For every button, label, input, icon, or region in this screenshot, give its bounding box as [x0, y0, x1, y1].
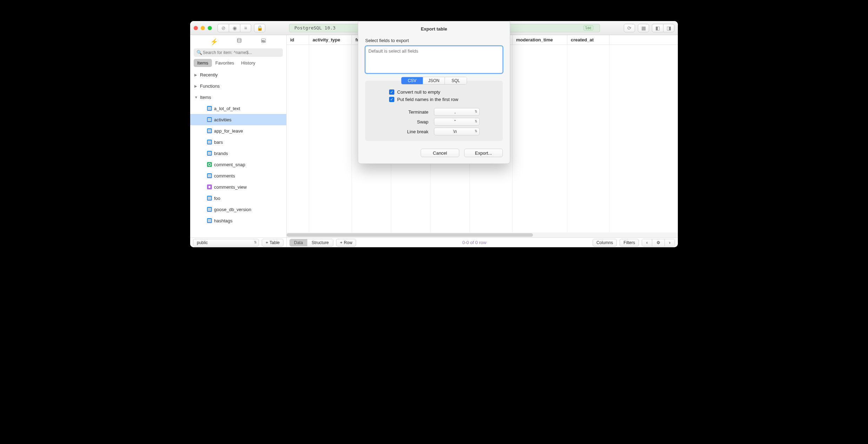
sidebar-item-a_lot_of_text[interactable]: a_lot_of_text	[190, 103, 286, 114]
add-row-button[interactable]: + Row	[336, 239, 356, 247]
grid-mode-button[interactable]: ▦	[638, 24, 649, 32]
tab-favorites[interactable]: Favorites	[212, 59, 238, 67]
chevron-down-icon: ▼	[194, 95, 198, 99]
table-label: foo	[214, 196, 220, 201]
footer-right: Columns Filters ‹ ⚙ ›	[593, 239, 675, 247]
column-header-id[interactable]: id	[287, 35, 309, 45]
view-mode-segment: Data Structure	[289, 239, 333, 247]
sidebar-item-hashtags[interactable]: hashtags	[190, 215, 286, 226]
zoom-window-button[interactable]	[208, 26, 212, 30]
sidebar-item-bars[interactable]: bars	[190, 136, 286, 148]
table-icon	[207, 196, 212, 201]
format-json-button[interactable]: JSON	[423, 77, 445, 84]
database-icon[interactable]	[236, 38, 242, 46]
cancel-button[interactable]: Cancel	[421, 149, 459, 157]
format-csv-button[interactable]: CSV	[401, 77, 423, 84]
tree-recently[interactable]: ▶Recently	[190, 69, 286, 80]
table-icon	[207, 128, 212, 133]
tree-items[interactable]: ▼Items	[190, 92, 286, 103]
column-header-created_at[interactable]: created_at	[567, 35, 609, 45]
sidebar-item-brands[interactable]: brands	[190, 148, 286, 159]
lock-icon: 🔒	[257, 25, 263, 31]
svg-rect-6	[208, 109, 211, 110]
tab-items[interactable]: Items	[194, 59, 212, 67]
refresh-button[interactable]: ⟳	[624, 24, 635, 32]
next-page-button[interactable]: ›	[665, 239, 675, 246]
sidebar-search-input[interactable]	[194, 48, 283, 57]
list-icon: ≡	[244, 25, 247, 31]
svg-rect-41	[208, 220, 211, 221]
dialog-actions: Cancel Export...	[365, 149, 503, 157]
svg-rect-32	[208, 197, 211, 197]
chevron-right-icon: ▶	[194, 73, 198, 77]
sidebar-item-comments_view[interactable]: comments_view	[190, 181, 286, 193]
left-panel-toggle[interactable]: ◧	[652, 24, 663, 32]
right-panel-toggle[interactable]: ◨	[663, 24, 674, 32]
tab-history[interactable]: History	[238, 59, 259, 67]
columns-button[interactable]: Columns	[593, 239, 617, 247]
view-icon	[207, 184, 212, 189]
format-options-group: CSV JSON SQL ✓ Convert null to empty ✓ P…	[365, 81, 503, 141]
export-button[interactable]: Export...	[464, 149, 503, 157]
field-names-row[interactable]: ✓ Put field names in the first row	[365, 96, 503, 103]
chevron-updown-icon: ⇅	[475, 110, 478, 113]
table-label: hashtags	[214, 218, 233, 223]
view-data-button[interactable]: Data	[290, 239, 307, 246]
linebreak-row: Line break \n⇅	[365, 126, 503, 135]
status-text: PostgreSQL 10.3	[294, 25, 335, 31]
table-label: comment_snap	[214, 162, 245, 167]
sidebar-search-wrap: 🔍	[190, 48, 286, 59]
sidebar-item-activities[interactable]: activities	[190, 114, 286, 125]
null-to-empty-row[interactable]: ✓ Convert null to empty	[365, 88, 503, 96]
horizontal-scrollbar[interactable]	[287, 233, 678, 237]
svg-rect-33	[208, 198, 211, 199]
minimize-window-button[interactable]	[201, 26, 205, 30]
sidebar-item-comments[interactable]: comments	[190, 170, 286, 181]
sidebar-item-app_for_leave[interactable]: app_for_leave	[190, 125, 286, 136]
table-icon	[207, 151, 212, 156]
column-header-activity_type[interactable]: activity_type	[309, 35, 352, 45]
fields-textarea[interactable]	[365, 46, 503, 73]
svg-rect-21	[208, 153, 211, 154]
chevron-right-icon: ▶	[194, 84, 198, 88]
svg-rect-42	[208, 221, 211, 222]
terminate-row: Terminate ,⇅	[365, 106, 503, 116]
column-header-moderation_time[interactable]: moderation_time	[513, 35, 567, 45]
sidebar: ⚡ SQL 🔍 Items Favorites History ▶Recentl…	[190, 35, 287, 247]
app-window: ⊘ ◉ ≡ 🔒 PostgreSQL 10.3 loc ⟳ ▦ ◧ ◨ ⚡	[190, 21, 678, 247]
terminate-select[interactable]: ,⇅	[434, 108, 480, 116]
svg-rect-18	[208, 143, 211, 143]
add-table-button[interactable]: + Table	[262, 239, 283, 247]
preview-button[interactable]: ◉	[229, 24, 240, 32]
filters-button[interactable]: Filters	[620, 239, 639, 247]
svg-rect-10	[208, 120, 211, 121]
table-icon	[207, 207, 212, 212]
lock-button[interactable]: 🔒	[254, 24, 265, 32]
connection-icon[interactable]: ⚡	[210, 38, 218, 46]
panel-toggle-group: ◧ ◨	[652, 24, 674, 32]
close-window-button[interactable]	[194, 26, 198, 30]
swap-select[interactable]: "⇅	[434, 118, 480, 126]
format-segment: CSV JSON SQL	[401, 77, 467, 85]
sidebar-item-foo[interactable]: foo	[190, 193, 286, 204]
prev-page-button[interactable]: ‹	[642, 239, 652, 246]
format-sql-button[interactable]: SQL	[445, 77, 467, 84]
chevron-updown-icon: ⇅	[475, 120, 478, 123]
linebreak-select[interactable]: \n⇅	[434, 128, 480, 135]
svg-rect-13	[208, 130, 211, 131]
sidebar-item-goose_db_version[interactable]: goose_db_version	[190, 204, 286, 215]
cancel-query-button[interactable]: ⊘	[218, 24, 229, 32]
sql-icon[interactable]: SQL	[261, 38, 266, 46]
plus-icon: +	[340, 240, 342, 245]
sidebar-item-comment_snap[interactable]: comment_snap	[190, 159, 286, 170]
svg-rect-37	[208, 209, 211, 210]
schema-select[interactable]: public ⇅	[193, 239, 259, 247]
pager-settings-button[interactable]: ⚙	[652, 239, 665, 246]
tree-functions[interactable]: ▶Functions	[190, 80, 286, 92]
table-label: activities	[214, 117, 232, 122]
list-button[interactable]: ≡	[240, 24, 251, 32]
view-structure-button[interactable]: Structure	[307, 239, 333, 246]
table-label: comments_view	[214, 184, 247, 190]
scrollbar-thumb[interactable]	[287, 233, 533, 237]
svg-rect-27	[208, 175, 211, 176]
